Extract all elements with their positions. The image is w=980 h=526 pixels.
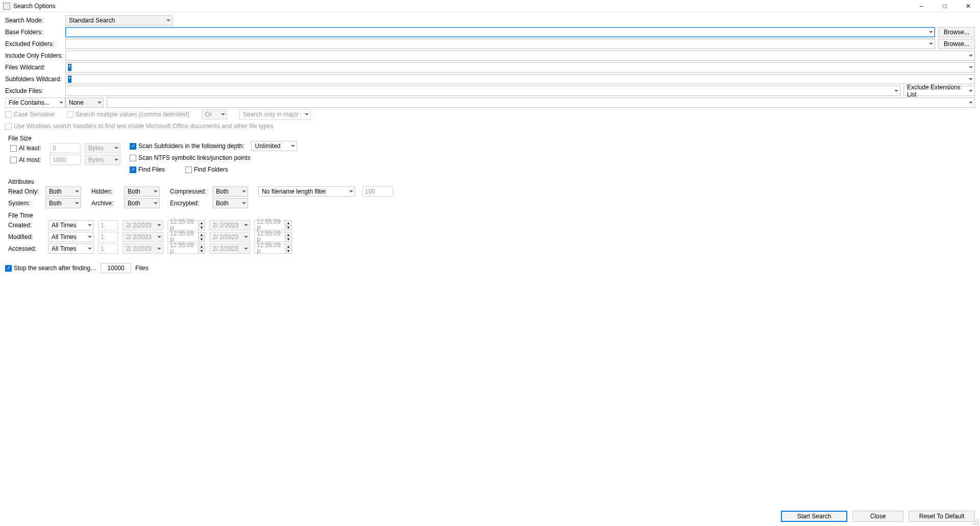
- spin-up-icon[interactable]: ▲: [199, 244, 205, 249]
- at-most-unit-value: Bytes: [88, 156, 104, 163]
- case-sensitive-checkbox[interactable]: Case Sensitive: [5, 111, 55, 118]
- spin-up-icon[interactable]: ▲: [199, 221, 205, 226]
- spin-down-icon[interactable]: ▼: [199, 249, 205, 254]
- multi-values-checkbox[interactable]: Search multiple values (comma delimited): [67, 111, 189, 118]
- modified-to-time[interactable]: 12:55:09 P▲▼: [254, 232, 292, 242]
- created-from-date[interactable]: 2/ 2/2023: [122, 220, 163, 230]
- accessed-lastn-input[interactable]: 1: [98, 244, 118, 254]
- chevron-down-icon: [114, 159, 118, 161]
- read-only-select[interactable]: Both: [45, 186, 81, 197]
- subfolders-wildcard-input[interactable]: *: [65, 74, 975, 84]
- file-contains-mode-select[interactable]: File Contains...: [5, 98, 65, 108]
- accessed-from-time[interactable]: 12:55:09 P▲▼: [167, 244, 205, 254]
- hidden-select[interactable]: Both: [124, 186, 160, 197]
- find-files-checkbox[interactable]: ✓ Find Files: [130, 166, 165, 173]
- files-wildcard-input[interactable]: *: [65, 62, 975, 73]
- search-mode-select[interactable]: Standard Search: [65, 15, 173, 26]
- major-strings-select[interactable]: Search only in major strings: [239, 109, 311, 119]
- spin-up-icon[interactable]: ▲: [285, 244, 291, 249]
- close-button[interactable]: Close: [852, 511, 903, 522]
- archive-select[interactable]: Both: [124, 198, 160, 208]
- at-least-unit-select[interactable]: Bytes: [85, 143, 120, 153]
- chevron-down-icon: [154, 190, 158, 193]
- file-contains-text-input[interactable]: [107, 98, 975, 108]
- at-most-unit-select[interactable]: Bytes: [85, 155, 120, 165]
- modified-to-date[interactable]: 2/ 2/2023: [209, 232, 250, 242]
- encrypted-select[interactable]: Both: [212, 198, 248, 208]
- app-icon: [3, 3, 10, 10]
- include-only-folders-input[interactable]: [65, 51, 975, 61]
- at-least-value[interactable]: 0: [50, 143, 81, 153]
- stop-after-checkbox[interactable]: ✓ Stop the search after finding…: [5, 265, 96, 272]
- read-only-value: Both: [49, 188, 62, 195]
- file-contains-submode-select[interactable]: None: [65, 98, 104, 108]
- accessed-from-date[interactable]: 2/ 2/2023: [122, 244, 163, 254]
- exclude-extensions-select[interactable]: Exclude Extensions List: [903, 86, 975, 96]
- spin-up-icon[interactable]: ▲: [199, 232, 205, 237]
- minimize-button[interactable]: –: [910, 0, 933, 12]
- system-select[interactable]: Both: [45, 198, 81, 208]
- accessed-mode-select[interactable]: All Times: [48, 244, 94, 254]
- files-wildcard-value: *: [68, 64, 71, 71]
- at-most-label: At most:: [19, 156, 41, 163]
- spin-down-icon[interactable]: ▼: [285, 237, 291, 242]
- excluded-folders-input[interactable]: [65, 39, 935, 49]
- modified-lastn-input[interactable]: 1: [98, 232, 118, 242]
- base-folders-input[interactable]: [65, 27, 935, 37]
- compressed-select[interactable]: Both: [212, 186, 248, 197]
- chevron-down-icon: [157, 224, 161, 226]
- accessed-from-time-value: 12:55:09 P: [167, 244, 198, 254]
- filename-filter-select[interactable]: No filename length filter: [258, 186, 355, 197]
- title-bar: Search Options – □ ✕: [0, 0, 980, 12]
- chevron-down-icon: [157, 236, 161, 238]
- created-to-date-value: 2/ 2/2023: [213, 222, 238, 229]
- spin-up-icon[interactable]: ▲: [285, 221, 291, 226]
- maximize-button[interactable]: □: [933, 0, 957, 12]
- modified-from-time[interactable]: 12:55:09 P▲▼: [167, 232, 205, 242]
- spin-down-icon[interactable]: ▼: [285, 226, 291, 230]
- chevron-down-icon: [88, 224, 92, 226]
- accessed-from-date-value: 2/ 2/2023: [126, 245, 152, 252]
- search-mode-label: Search Mode:: [5, 17, 65, 24]
- accessed-to-time[interactable]: 12:55:09 P▲▼: [254, 244, 292, 254]
- use-handlers-checkbox[interactable]: Use Windows search handlers to find text…: [5, 123, 274, 130]
- base-folders-browse-button[interactable]: Browse...: [938, 27, 975, 37]
- reset-default-button[interactable]: Reset To Default: [909, 511, 975, 522]
- chevron-down-icon: [88, 236, 92, 238]
- spin-down-icon[interactable]: ▼: [199, 226, 205, 230]
- resize-grip-icon[interactable]: [972, 518, 979, 525]
- spin-down-icon[interactable]: ▼: [199, 237, 205, 242]
- files-wildcard-label: Files Wildcard:: [5, 64, 65, 71]
- checkbox-icon: [5, 123, 12, 130]
- find-folders-checkbox[interactable]: Find Folders: [185, 166, 228, 173]
- filename-filter-value: No filename length filter: [262, 188, 326, 195]
- exclude-files-input[interactable]: [65, 86, 900, 96]
- at-least-checkbox[interactable]: At least:: [10, 145, 46, 152]
- created-lastn-input[interactable]: 1: [98, 220, 118, 230]
- start-search-button[interactable]: Start Search: [781, 511, 847, 522]
- accessed-to-date[interactable]: 2/ 2/2023: [209, 244, 250, 254]
- created-to-date[interactable]: 2/ 2/2023: [209, 220, 250, 230]
- close-window-button[interactable]: ✕: [957, 0, 980, 12]
- scan-ntfs-checkbox[interactable]: Scan NTFS symbolic links/junction points: [130, 154, 250, 161]
- created-from-time-value: 12:55:09 P: [167, 220, 198, 230]
- scan-depth-select[interactable]: Unlimited: [251, 141, 297, 151]
- modified-from-date[interactable]: 2/ 2/2023: [122, 232, 163, 242]
- scan-depth-value: Unlimited: [255, 142, 280, 150]
- checkbox-icon: [10, 157, 17, 163]
- logic-select[interactable]: Or: [202, 109, 227, 119]
- excluded-folders-browse-button[interactable]: Browse...: [938, 39, 975, 49]
- created-mode-select[interactable]: All Times: [48, 220, 94, 230]
- spin-down-icon[interactable]: ▼: [285, 249, 291, 254]
- at-most-checkbox[interactable]: At most:: [10, 156, 46, 163]
- stop-after-count-input[interactable]: 10000: [101, 263, 131, 273]
- accessed-label: Accessed:: [8, 245, 44, 252]
- created-to-time[interactable]: 12:55:09 P▲▼: [254, 220, 292, 230]
- modified-mode-select[interactable]: All Times: [48, 232, 94, 242]
- scan-subfolders-checkbox[interactable]: ✓ Scan Subfolders in the following depth…: [130, 142, 244, 150]
- at-most-value[interactable]: 1000: [50, 155, 81, 165]
- spin-up-icon[interactable]: ▲: [285, 232, 291, 237]
- created-from-time[interactable]: 12:55:09 P▲▼: [167, 220, 205, 230]
- filename-length-input[interactable]: 100: [362, 186, 393, 197]
- hidden-value: Both: [128, 188, 140, 195]
